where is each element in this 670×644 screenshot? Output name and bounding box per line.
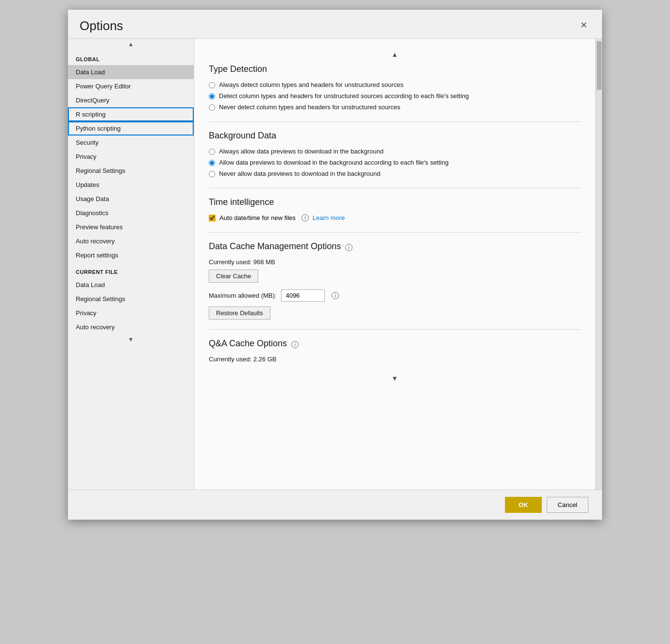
data-cache-section: Data Cache Management Options i Currentl…	[209, 241, 581, 320]
max-allowed-label: Maximum allowed (MB):	[209, 292, 276, 299]
sidebar-item-auto-recovery[interactable]: Auto recovery	[68, 234, 194, 248]
type-detection-title: Type Detection	[209, 64, 581, 74]
type-detection-always[interactable]: Always detect column types and headers f…	[209, 81, 581, 88]
type-detection-always-radio[interactable]	[209, 82, 215, 88]
background-data-section: Background Data Always allow data previe…	[209, 131, 581, 177]
data-cache-info-icon[interactable]: i	[345, 244, 352, 251]
max-allowed-info-icon[interactable]: i	[332, 292, 339, 299]
data-cache-title: Data Cache Management Options i	[209, 241, 581, 252]
sidebar-item-report-settings[interactable]: Report settings	[68, 248, 194, 262]
type-detection-per-file-radio[interactable]	[209, 93, 215, 100]
sidebar-item-usage-data[interactable]: Usage Data	[68, 192, 194, 206]
qa-cache-info-icon[interactable]: i	[291, 341, 299, 348]
background-data-always[interactable]: Always allow data previews to download i…	[209, 148, 581, 155]
type-detection-per-file[interactable]: Detect column types and headers for unst…	[209, 92, 581, 100]
sidebar-item-direct-query[interactable]: DirectQuery	[68, 93, 194, 107]
sidebar: ▲ GLOBAL Data Load Power Query Editor Di…	[68, 39, 194, 490]
type-detection-section: Type Detection Always detect column type…	[209, 64, 581, 111]
main-content: ▲ Type Detection Always detect column ty…	[194, 39, 595, 490]
sidebar-item-cf-data-load[interactable]: Data Load	[68, 278, 194, 292]
title-bar: Options ✕	[68, 10, 602, 38]
sidebar-scroll-up[interactable]: ▲	[68, 39, 194, 50]
type-detection-never-radio[interactable]	[209, 104, 215, 111]
auto-datetime-label: Auto date/time for new files	[219, 214, 296, 221]
background-data-never[interactable]: Never allow data previews to download in…	[209, 170, 581, 177]
sidebar-item-preview-features[interactable]: Preview features	[68, 220, 194, 234]
sidebar-item-cf-auto-recovery[interactable]: Auto recovery	[68, 320, 194, 334]
auto-datetime-row: Auto date/time for new files i Learn mor…	[209, 214, 581, 221]
global-section-header: GLOBAL	[68, 50, 194, 65]
sidebar-item-regional-settings[interactable]: Regional Settings	[68, 164, 194, 178]
time-intelligence-title: Time intelligence	[209, 197, 581, 207]
qa-cache-section: Q&A Cache Options i Currently used: 2.26…	[209, 339, 581, 363]
options-dialog: Options ✕ ▲ GLOBAL Data Load Power Query…	[68, 10, 602, 520]
sidebar-item-updates[interactable]: Updates	[68, 178, 194, 192]
scrollbar-thumb	[597, 41, 602, 90]
background-data-title: Background Data	[209, 131, 581, 141]
dialog-footer: OK Cancel	[68, 490, 602, 520]
data-cache-used-label: Currently used: 968 MB	[209, 258, 581, 266]
background-data-never-radio[interactable]	[209, 171, 215, 177]
sidebar-item-security[interactable]: Security	[68, 136, 194, 150]
max-allowed-row: Maximum allowed (MB): i	[209, 289, 581, 302]
sidebar-item-diagnostics[interactable]: Diagnostics	[68, 206, 194, 220]
background-data-always-radio[interactable]	[209, 149, 215, 155]
learn-more-link[interactable]: Learn more	[313, 214, 345, 221]
cancel-button[interactable]: Cancel	[547, 497, 588, 513]
sidebar-item-python-scripting[interactable]: Python scripting	[68, 121, 194, 136]
ok-button[interactable]: OK	[505, 497, 542, 513]
sidebar-scroll-down[interactable]: ▼	[68, 334, 194, 345]
scroll-up-arrow[interactable]: ▲	[128, 41, 134, 48]
max-allowed-input[interactable]	[281, 289, 325, 302]
sidebar-item-cf-privacy[interactable]: Privacy	[68, 306, 194, 320]
qa-cache-title: Q&A Cache Options i	[209, 339, 581, 349]
close-button[interactable]: ✕	[577, 18, 590, 32]
dialog-title: Options	[80, 18, 123, 34]
background-data-per-file-radio[interactable]	[209, 160, 215, 166]
current-file-section-header: CURRENT FILE	[68, 262, 194, 278]
clear-cache-button[interactable]: Clear Cache	[209, 270, 258, 283]
time-intelligence-info-icon[interactable]: i	[302, 214, 309, 221]
qa-cache-used-label: Currently used: 2.26 GB	[209, 356, 581, 363]
time-intelligence-section: Time intelligence Auto date/time for new…	[209, 197, 581, 221]
sidebar-item-privacy[interactable]: Privacy	[68, 150, 194, 164]
main-scroll-up[interactable]: ▲	[209, 49, 581, 60]
sidebar-item-power-query-editor[interactable]: Power Query Editor	[68, 79, 194, 93]
type-detection-never[interactable]: Never detect column types and headers fo…	[209, 103, 581, 111]
sidebar-item-cf-regional-settings[interactable]: Regional Settings	[68, 292, 194, 306]
main-scroll-down[interactable]: ▼	[209, 373, 581, 384]
sidebar-item-data-load[interactable]: Data Load	[68, 65, 194, 79]
scroll-down-arrow[interactable]: ▼	[128, 336, 134, 343]
auto-datetime-checkbox[interactable]	[209, 215, 216, 221]
max-allowed-input-row: Maximum allowed (MB): i	[209, 289, 581, 302]
sidebar-item-r-scripting[interactable]: R scripting	[68, 107, 194, 121]
dialog-body: ▲ GLOBAL Data Load Power Query Editor Di…	[68, 38, 602, 490]
restore-defaults-button[interactable]: Restore Defaults	[209, 306, 270, 320]
background-data-per-file[interactable]: Allow data previews to download in the b…	[209, 159, 581, 166]
main-scrollbar[interactable]	[595, 39, 602, 490]
